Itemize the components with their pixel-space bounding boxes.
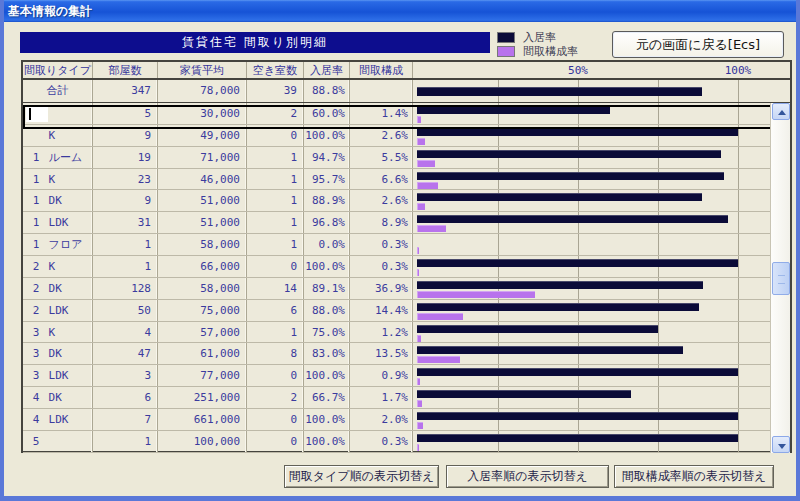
occupancy-rate-cell: 60.0% bbox=[304, 103, 350, 124]
occupancy-color-swatch bbox=[497, 32, 515, 43]
composition-rate-cell: 2.0% bbox=[350, 409, 413, 430]
composition-bar bbox=[417, 160, 435, 167]
average-rent-cell: 251,000 bbox=[158, 387, 247, 408]
occupancy-rate-cell: 100.0% bbox=[304, 431, 350, 452]
table-row[interactable]: 3 K457,000175.0%1.2% bbox=[23, 322, 790, 344]
floorplan-type-cell: 1 ルーム bbox=[23, 147, 93, 168]
floorplan-type-cell: 2 K bbox=[23, 256, 93, 277]
floorplan-type-cell: 3 LDK bbox=[23, 365, 93, 386]
table-row[interactable]: 2 DK12858,0001489.1%36.9% bbox=[23, 278, 790, 300]
floorplan-type-cell: 合計 bbox=[23, 80, 93, 102]
vacant-count-cell: 8 bbox=[247, 343, 304, 364]
occupancy-bar bbox=[417, 215, 728, 223]
occupancy-bar bbox=[417, 303, 699, 311]
table-row[interactable]: 1 DK951,000188.9%2.6% bbox=[23, 190, 790, 212]
window-title: 基本情報の集計 bbox=[8, 4, 92, 18]
average-rent-cell: 58,000 bbox=[158, 234, 247, 255]
table-row[interactable]: 2 LDK5075,000688.0%14.4% bbox=[23, 300, 790, 322]
total-row[interactable]: 合計34778,0003988.8% bbox=[23, 80, 790, 103]
average-rent-cell: 57,000 bbox=[158, 322, 247, 343]
column-header-occupancy-rate: 入居率 bbox=[304, 62, 350, 78]
table-row[interactable]: 3 LDK377,0000100.0%0.9% bbox=[23, 365, 790, 387]
table-row[interactable]: 1 フロア158,00010.0%0.3% bbox=[23, 234, 790, 256]
column-header-composition: 間取構成 bbox=[350, 62, 413, 78]
room-count-cell: 9 bbox=[93, 125, 158, 146]
occupancy-rate-cell: 96.8% bbox=[304, 212, 350, 233]
table-row[interactable]: 1 ルーム1971,000194.7%5.5% bbox=[23, 147, 790, 169]
vacant-count-cell: 1 bbox=[247, 190, 304, 211]
occupancy-rate-cell: 0.0% bbox=[304, 234, 350, 255]
occupancy-rate-cell: 94.7% bbox=[304, 147, 350, 168]
vacant-count-cell: 0 bbox=[247, 125, 304, 146]
table-row[interactable]: 4 LDK7661,0000100.0%2.0% bbox=[23, 409, 790, 431]
average-rent-cell: 49,000 bbox=[158, 125, 247, 146]
rate-bars-cell bbox=[413, 300, 790, 321]
average-rent-cell: 51,000 bbox=[158, 190, 247, 211]
rate-bars-cell bbox=[413, 322, 790, 343]
composition-bar bbox=[417, 356, 460, 363]
room-count-cell: 7 bbox=[93, 409, 158, 430]
table-row[interactable]: 5 1100,0000100.0%0.3% bbox=[23, 431, 790, 453]
occupancy-bar bbox=[417, 106, 610, 114]
vacant-count-cell: 2 bbox=[247, 103, 304, 124]
scrollbar-up-button[interactable] bbox=[772, 103, 790, 120]
occupancy-rate-cell: 100.0% bbox=[304, 409, 350, 430]
report-title: 賃貸住宅 間取り別明細 bbox=[182, 35, 328, 49]
composition-rate-cell: 2.6% bbox=[350, 190, 413, 211]
floorplan-type-cell bbox=[23, 103, 93, 124]
average-rent-cell: 77,000 bbox=[158, 365, 247, 386]
composition-rate-cell: 13.5% bbox=[350, 343, 413, 364]
average-rent-cell: 661,000 bbox=[158, 409, 247, 430]
room-count-cell: 3 bbox=[93, 365, 158, 386]
text-caret bbox=[29, 108, 31, 120]
detail-table-body: 合計34778,0003988.8%530,000260.0%1.4% K949… bbox=[23, 80, 790, 453]
table-row[interactable]: 1 K2346,000195.7%6.6% bbox=[23, 169, 790, 191]
sort-by-composition-rate-button[interactable]: 間取構成率順の表示切替え bbox=[614, 465, 774, 488]
table-row[interactable]: 4 DK6251,000266.7%1.7% bbox=[23, 387, 790, 409]
room-count-cell: 128 bbox=[93, 278, 158, 299]
report-title-banner: 賃貸住宅 間取り別明細 bbox=[20, 32, 490, 53]
composition-bar bbox=[417, 225, 446, 232]
scrollbar-thumb[interactable] bbox=[772, 262, 790, 295]
composition-color-swatch bbox=[497, 46, 515, 57]
floorplan-type-cell: 5 bbox=[23, 431, 93, 452]
app-window: 基本情報の集計 賃貸住宅 間取り別明細 入居率 間取構成率 元の画面に戻る[Ec… bbox=[0, 0, 800, 501]
chart-legend: 入居率 間取構成率 bbox=[497, 31, 607, 59]
sort-by-occupancy-rate-button[interactable]: 入居率順の表示切替え bbox=[446, 465, 609, 488]
composition-rate-cell: 1.2% bbox=[350, 322, 413, 343]
rate-bars-cell bbox=[413, 431, 790, 452]
floorplan-type-cell: 2 DK bbox=[23, 278, 93, 299]
floorplan-type-cell: K bbox=[23, 125, 93, 146]
back-to-previous-screen-button[interactable]: 元の画面に戻る[Ecs] bbox=[612, 31, 784, 58]
composition-bar bbox=[417, 182, 438, 189]
composition-bar bbox=[417, 269, 419, 276]
table-row[interactable]: 1 LDK3151,000196.8%8.9% bbox=[23, 212, 790, 234]
table-row[interactable]: 2 K166,0000100.0%0.3% bbox=[23, 256, 790, 278]
room-count-cell: 347 bbox=[93, 80, 158, 102]
floorplan-type-cell: 1 フロア bbox=[23, 234, 93, 255]
floorplan-detail-table: 間取りタイプ 部屋数 家賃平均 空き室数 入居率 間取構成 50% 100% 合… bbox=[21, 60, 792, 453]
composition-bar bbox=[417, 203, 425, 210]
vacant-count-cell: 1 bbox=[247, 147, 304, 168]
occupancy-rate-cell: 100.0% bbox=[304, 256, 350, 277]
vacant-count-cell: 0 bbox=[247, 256, 304, 277]
composition-rate-cell: 8.9% bbox=[350, 212, 413, 233]
floorplan-type-edit-field[interactable] bbox=[26, 106, 48, 122]
rate-bars-cell bbox=[413, 365, 790, 386]
room-count-cell: 9 bbox=[93, 190, 158, 211]
table-row[interactable]: K949,0000100.0%2.6% bbox=[23, 125, 790, 147]
occupancy-rate-cell: 75.0% bbox=[304, 322, 350, 343]
average-rent-cell: 100,000 bbox=[158, 431, 247, 452]
scrollbar-down-button[interactable] bbox=[772, 436, 790, 453]
vertical-scrollbar[interactable] bbox=[770, 103, 790, 453]
table-row[interactable]: 3 DK4761,000883.0%13.5% bbox=[23, 343, 790, 365]
room-count-cell: 4 bbox=[93, 322, 158, 343]
window-titlebar[interactable]: 基本情報の集計 bbox=[0, 0, 800, 22]
table-row[interactable]: 530,000260.0%1.4% bbox=[23, 103, 790, 125]
vacant-count-cell: 39 bbox=[247, 80, 304, 102]
composition-rate-cell: 6.6% bbox=[350, 169, 413, 190]
sort-by-floorplan-type-button[interactable]: 間取タイプ順の表示切替え bbox=[284, 465, 439, 488]
composition-rate-cell: 5.5% bbox=[350, 147, 413, 168]
composition-bar bbox=[417, 313, 463, 320]
rate-bars-cell bbox=[413, 387, 790, 408]
